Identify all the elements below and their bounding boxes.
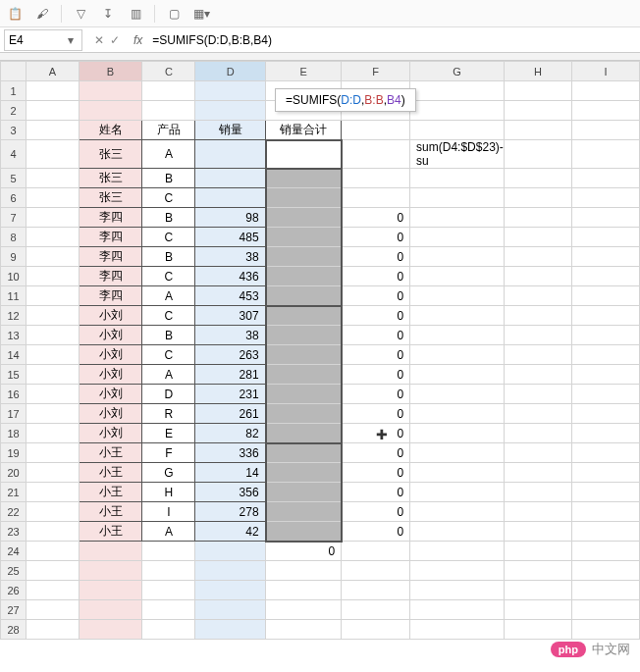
col-header-E[interactable]: E (266, 62, 342, 81)
cell-B18[interactable]: 小刘 (79, 424, 142, 443)
cell-H28[interactable] (504, 620, 571, 640)
cell-A27[interactable] (27, 600, 80, 620)
border-dropdown-icon[interactable]: ▦▾ (190, 3, 212, 25)
cell-F14[interactable]: 0 (342, 345, 410, 365)
cell-H6[interactable] (504, 188, 571, 208)
cell-B2[interactable] (79, 101, 142, 121)
cell-I1[interactable] (572, 81, 640, 101)
row-header-13[interactable]: 13 (1, 326, 27, 345)
row-header-20[interactable]: 20 (1, 463, 27, 483)
cell-G28[interactable] (410, 620, 505, 640)
cell-A5[interactable] (27, 169, 80, 188)
cell-D8[interactable]: 485 (195, 228, 266, 247)
cell-H22[interactable] (504, 502, 571, 522)
cell-D12[interactable]: 307 (195, 306, 266, 326)
cell-D4[interactable] (195, 140, 266, 169)
cell-D23[interactable]: 42 (195, 522, 266, 542)
cell-D2[interactable] (195, 101, 266, 121)
clear-icon[interactable]: ▢ (163, 3, 185, 25)
cell-H5[interactable] (504, 169, 571, 188)
cell-F16[interactable]: 0 (342, 385, 410, 404)
row-header-21[interactable]: 21 (1, 483, 27, 502)
cell-F9[interactable]: 0 (342, 247, 410, 267)
cell-F5[interactable] (342, 169, 410, 188)
cell-H10[interactable] (504, 267, 571, 286)
cell-E25[interactable] (266, 561, 342, 581)
col-header-B[interactable]: B (79, 62, 142, 81)
cell-F21[interactable]: 0 (342, 483, 410, 502)
cell-A26[interactable] (27, 581, 80, 600)
cell-A13[interactable] (27, 326, 80, 345)
cell-E5[interactable] (266, 169, 342, 188)
cell-B12[interactable]: 小刘 (79, 306, 142, 326)
cell-F4[interactable] (342, 140, 410, 169)
cell-E4[interactable] (266, 140, 342, 169)
cell-F6[interactable] (342, 188, 410, 208)
cell-C16[interactable]: D (142, 385, 195, 404)
format-painter-icon[interactable]: 🖌 (31, 3, 53, 25)
cell-B28[interactable] (79, 620, 142, 640)
cell-I20[interactable] (572, 463, 640, 483)
cell-E14[interactable] (266, 345, 342, 365)
col-header-A[interactable]: A (27, 62, 80, 81)
cell-B7[interactable]: 李四 (79, 208, 142, 228)
cell-G13[interactable] (410, 326, 505, 345)
cell-G16[interactable] (410, 385, 505, 404)
cell-E12[interactable] (266, 306, 342, 326)
cell-B16[interactable]: 小刘 (79, 385, 142, 404)
cell-H16[interactable] (504, 385, 571, 404)
cell-I18[interactable] (572, 424, 640, 443)
cell-E10[interactable] (266, 267, 342, 286)
cell-C15[interactable]: A (142, 365, 195, 385)
col-header-D[interactable]: D (195, 62, 266, 81)
row-header-10[interactable]: 10 (1, 267, 27, 286)
cell-A16[interactable] (27, 385, 80, 404)
cell-H20[interactable] (504, 463, 571, 483)
col-header-C[interactable]: C (142, 62, 195, 81)
cell-F25[interactable] (342, 561, 410, 581)
cell-G17[interactable] (410, 404, 505, 424)
cell-G9[interactable] (410, 247, 505, 267)
cell-A19[interactable] (27, 443, 80, 463)
col-header-F[interactable]: F (342, 62, 410, 81)
cell-A21[interactable] (27, 483, 80, 502)
cell-B20[interactable]: 小王 (79, 463, 142, 483)
confirm-icon[interactable]: ✓ (110, 33, 120, 47)
row-header-1[interactable]: 1 (1, 81, 27, 101)
cell-I11[interactable] (572, 286, 640, 306)
cell-G7[interactable] (410, 208, 505, 228)
cell-H3[interactable] (504, 121, 571, 140)
cell-I26[interactable] (572, 581, 640, 600)
cell-I10[interactable] (572, 267, 640, 286)
cell-A11[interactable] (27, 286, 80, 306)
cell-A1[interactable] (27, 81, 80, 101)
cell-D11[interactable]: 453 (195, 286, 266, 306)
cell-H12[interactable] (504, 306, 571, 326)
cell-D6[interactable] (195, 188, 266, 208)
cell-C25[interactable] (142, 561, 195, 581)
cell-C2[interactable] (142, 101, 195, 121)
sort-icon[interactable]: ↧ (97, 3, 119, 25)
formula-input[interactable] (148, 29, 640, 51)
cell-C17[interactable]: R (142, 404, 195, 424)
cell-I23[interactable] (572, 522, 640, 542)
cell-E26[interactable] (266, 581, 342, 600)
cell-E17[interactable] (266, 404, 342, 424)
row-header-24[interactable]: 24 (1, 542, 27, 561)
col-header-I[interactable]: I (572, 62, 640, 81)
cell-B14[interactable]: 小刘 (79, 345, 142, 365)
row-header-6[interactable]: 6 (1, 188, 27, 208)
cell-D28[interactable] (195, 620, 266, 640)
cell-C11[interactable]: A (142, 286, 195, 306)
cell-I9[interactable] (572, 247, 640, 267)
chevron-down-icon[interactable]: ▾ (64, 33, 78, 47)
cell-I22[interactable] (572, 502, 640, 522)
cell-E8[interactable] (266, 228, 342, 247)
cell-C6[interactable]: C (142, 188, 195, 208)
cell-E7[interactable] (266, 208, 342, 228)
cell-D20[interactable]: 14 (195, 463, 266, 483)
cell-D14[interactable]: 263 (195, 345, 266, 365)
cell-A3[interactable] (27, 121, 80, 140)
cell-D24[interactable] (195, 542, 266, 561)
cell-G23[interactable] (410, 522, 505, 542)
